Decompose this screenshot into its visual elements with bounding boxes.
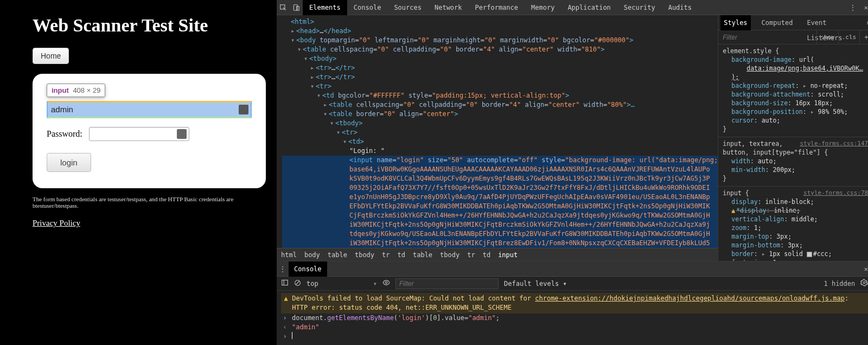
styles-tab-styles[interactable]: Styles bbox=[720, 15, 750, 30]
devtools-tab-security[interactable]: Security bbox=[617, 0, 662, 15]
styles-tabbar: StylesComputedEvent Listeners » bbox=[718, 15, 868, 30]
device-toggle-icon[interactable] bbox=[290, 4, 303, 11]
chevron-down-icon: ▾ bbox=[373, 280, 377, 288]
breadcrumb-body-1[interactable]: body bbox=[304, 251, 320, 259]
inspector-tooltip: input 408 × 29 bbox=[47, 84, 105, 97]
drawer-menu-icon[interactable]: ⋮ bbox=[277, 265, 289, 273]
devtools-tab-sources[interactable]: Sources bbox=[387, 0, 428, 15]
breadcrumb-td-5[interactable]: td bbox=[398, 251, 405, 259]
breadcrumb-tr-8[interactable]: tr bbox=[467, 251, 475, 259]
svg-rect-1 bbox=[293, 4, 297, 10]
clear-console-icon[interactable] bbox=[294, 279, 301, 288]
devtools-tab-application[interactable]: Application bbox=[561, 0, 617, 15]
styles-tab-computed[interactable]: Computed bbox=[758, 15, 796, 30]
style-rule[interactable]: element.style {background-image: url(dat… bbox=[718, 44, 868, 137]
credentials-note: The form based credentials are testuser/… bbox=[33, 196, 266, 209]
login-card: input 408 × 29 admin Password: login bbox=[33, 74, 266, 188]
dom-tree[interactable]: <html>▸<head>…</head>▾<body topmargin="0… bbox=[277, 15, 718, 248]
breadcrumb-html-0[interactable]: html bbox=[281, 251, 297, 259]
style-rules[interactable]: element.style {background-image: url(dat… bbox=[718, 44, 868, 261]
console-output-line: ‹ "admin" bbox=[281, 323, 868, 332]
prompt-out-icon: ‹ bbox=[281, 323, 289, 332]
devtools-tabbar: ElementsConsoleSourcesNetworkPerformance… bbox=[277, 0, 868, 15]
devtools-tab-audits[interactable]: Audits bbox=[662, 0, 698, 15]
login-input[interactable]: admin bbox=[47, 101, 252, 118]
console-context[interactable]: top ▾ bbox=[307, 280, 377, 288]
breadcrumb-table-2[interactable]: table bbox=[328, 251, 347, 259]
style-rule[interactable]: style-forms.css:147input, textarea, butt… bbox=[718, 137, 868, 187]
cursor bbox=[292, 332, 292, 339]
live-expression-icon[interactable] bbox=[382, 279, 390, 288]
tooltip-tag: input bbox=[52, 86, 69, 94]
console-sidebar-icon[interactable] bbox=[281, 279, 289, 288]
console-drawer: ⋮ Console ✕ top ▾ Default levels ▾ 1 hid… bbox=[277, 261, 868, 345]
warning-icon: ▲ bbox=[283, 294, 289, 312]
breadcrumb-table-6[interactable]: table bbox=[413, 251, 432, 259]
hov-toggle[interactable]: :hov bbox=[816, 30, 838, 44]
devtools-tab-elements[interactable]: Elements bbox=[303, 0, 347, 15]
devtools-tab-memory[interactable]: Memory bbox=[525, 0, 561, 15]
cls-toggle[interactable]: .cls bbox=[838, 30, 860, 44]
privacy-link[interactable]: Privacy Policy bbox=[33, 219, 80, 228]
chevron-down-icon: ▾ bbox=[563, 280, 566, 288]
breadcrumb-input-10[interactable]: input bbox=[498, 251, 518, 259]
console-prompt[interactable]: › bbox=[281, 332, 868, 341]
console-output[interactable]: ▲ DevTools failed to load SourceMap: Cou… bbox=[277, 291, 868, 345]
password-label: Password: bbox=[47, 129, 82, 139]
console-warning: ▲ DevTools failed to load SourceMap: Cou… bbox=[281, 293, 868, 314]
drawer-close-icon[interactable]: ✕ bbox=[859, 265, 868, 273]
devtools-close-icon[interactable]: ✕ bbox=[859, 4, 868, 11]
log-levels[interactable]: Default levels ▾ bbox=[504, 280, 567, 288]
new-rule-icon[interactable]: + bbox=[859, 30, 868, 44]
elements-panel: <html>▸<head>…</head>▾<body topmargin="0… bbox=[277, 15, 718, 261]
password-input[interactable] bbox=[89, 127, 189, 141]
styles-panel: StylesComputedEvent Listeners » :hov .cl… bbox=[718, 15, 868, 261]
console-settings-icon[interactable] bbox=[860, 279, 868, 288]
inspect-icon[interactable] bbox=[277, 4, 290, 11]
styles-filter-input[interactable] bbox=[718, 34, 816, 41]
sourcemap-url[interactable]: chrome-extension://hdokiejnpimakedhajhdl… bbox=[535, 295, 845, 302]
style-rule[interactable]: style-forms.css:78input {display: inline… bbox=[718, 187, 868, 261]
devtools-tab-console[interactable]: Console bbox=[347, 0, 388, 15]
password-manager-icon[interactable] bbox=[239, 105, 248, 114]
devtools-tab-network[interactable]: Network bbox=[428, 0, 469, 15]
svg-line-6 bbox=[296, 281, 299, 285]
keyboard-icon[interactable] bbox=[177, 129, 187, 139]
prompt-in-icon: › bbox=[281, 314, 289, 323]
console-input-line: › document.getElementsByName('login')[0]… bbox=[281, 314, 868, 323]
svg-rect-3 bbox=[282, 280, 288, 285]
rule-source-link[interactable]: style-forms.css:147 bbox=[800, 139, 868, 148]
tooltip-dimensions: 408 × 29 bbox=[73, 86, 100, 94]
styles-tab-event-listeners[interactable]: Event Listeners bbox=[803, 15, 859, 30]
breadcrumb-tbody-3[interactable]: tbody bbox=[355, 251, 374, 259]
devtools: ElementsConsoleSourcesNetworkPerformance… bbox=[277, 0, 868, 345]
drawer-tab-console[interactable]: Console bbox=[289, 261, 327, 277]
svg-point-8 bbox=[864, 282, 866, 284]
breadcrumb-td-9[interactable]: td bbox=[483, 251, 490, 259]
rule-source-link[interactable]: style-forms.css:78 bbox=[803, 189, 868, 197]
rendered-page: Web Scanner Test Site Home input 408 × 2… bbox=[0, 0, 277, 345]
devtools-menu-icon[interactable]: ⋮ bbox=[846, 4, 859, 11]
breadcrumb[interactable]: htmlbodytabletbodytrtdtabletbodytrtdinpu… bbox=[277, 248, 718, 261]
hidden-count[interactable]: 1 hidden bbox=[824, 280, 855, 288]
page-title: Web Scanner Test Site bbox=[33, 15, 266, 36]
breadcrumb-tr-4[interactable]: tr bbox=[382, 251, 390, 259]
console-filter-input[interactable] bbox=[395, 278, 499, 289]
prompt-in-icon: › bbox=[281, 332, 289, 341]
devtools-tab-performance[interactable]: Performance bbox=[469, 0, 525, 15]
svg-point-7 bbox=[385, 282, 387, 284]
login-button[interactable]: login bbox=[47, 153, 91, 172]
login-input-value: admin bbox=[51, 105, 73, 114]
breadcrumb-tbody-7[interactable]: tbody bbox=[440, 251, 459, 259]
login-field-highlight: admin bbox=[47, 101, 252, 118]
home-button[interactable]: Home bbox=[33, 48, 69, 64]
